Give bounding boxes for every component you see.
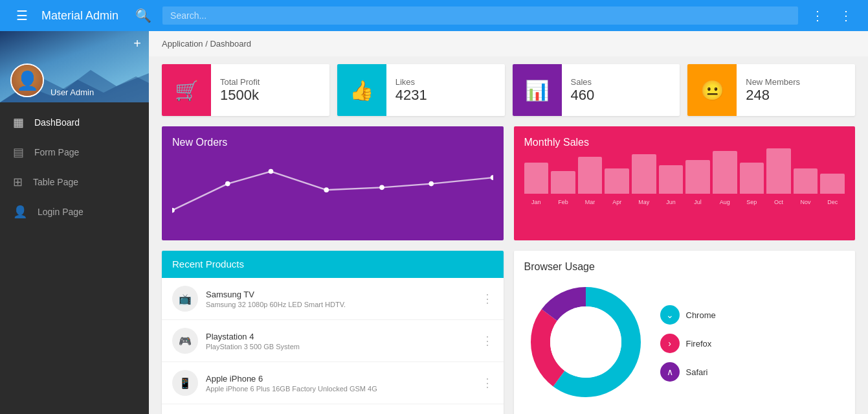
bar-label: Jul xyxy=(694,199,702,205)
sidebar-item-login[interactable]: 👤 Login Page xyxy=(0,197,149,227)
stat-info-sales: Sales 460 xyxy=(562,64,604,116)
browser-legend-icon: ⌄ xyxy=(660,305,680,325)
line-chart xyxy=(172,156,493,227)
product-desc: Samsung 32 1080p 60Hz LED Smart HDTV. xyxy=(206,301,474,308)
browser-legend-item: ∧ Safari xyxy=(660,362,716,382)
recent-products-title: Recent Products xyxy=(172,259,244,270)
product-desc: Apple iPhone 6 Plus 16GB Factory Unlocke… xyxy=(206,385,474,393)
dashboard-icon: ▦ xyxy=(13,115,24,130)
product-item: 📺 Samsung TV Samsung 32 1080p 60Hz LED S… xyxy=(162,278,504,320)
stat-value-sales: 460 xyxy=(571,87,595,104)
content-area: 🛒 Total Profit 1500k 👍 Likes 4231 📊 xyxy=(149,56,868,414)
bar-label: Aug xyxy=(720,199,730,205)
bar-label: Jan xyxy=(531,199,541,205)
bar xyxy=(524,163,549,194)
bar xyxy=(632,154,656,194)
browser-legend: ⌄ Chrome › Firefox ∧ Safari xyxy=(660,305,716,382)
stat-card-profit: 🛒 Total Profit 1500k xyxy=(162,64,329,116)
new-orders-card: New Orders xyxy=(162,126,504,240)
sidebar-item-table[interactable]: ⊞ Table Page xyxy=(0,167,149,197)
svg-point-5 xyxy=(324,187,329,192)
product-menu-button[interactable]: ⋮ xyxy=(482,292,493,306)
browser-legend-item: › Firefox xyxy=(660,334,716,353)
recent-products-header: Recent Products xyxy=(162,251,504,278)
bar xyxy=(551,171,575,194)
sidebar-item-form[interactable]: ▤ Form Page xyxy=(0,137,149,167)
bar-label: Feb xyxy=(558,199,568,205)
product-info: Samsung TV Samsung 32 1080p 60Hz LED Sma… xyxy=(206,290,474,308)
bar-column: Nov xyxy=(794,168,818,205)
stat-card-members: 😐 New Members 248 xyxy=(687,64,855,116)
bar-column: Feb xyxy=(551,171,575,205)
bar-label: Oct xyxy=(774,199,783,205)
stat-card-sales: 📊 Sales 460 xyxy=(513,64,680,116)
stat-icon-members: 😐 xyxy=(687,64,737,116)
sidebar-item-dashboard[interactable]: ▦ DashBoard xyxy=(0,108,149,137)
breadcrumb: Application / Dashboard xyxy=(149,31,868,56)
stat-icon-likes: 👍 xyxy=(337,64,386,116)
stat-value-members: 248 xyxy=(746,87,800,104)
bar-column: Oct xyxy=(766,148,791,205)
menu-button[interactable]: ☰ xyxy=(10,4,34,27)
avatar-face: 👤 xyxy=(12,65,43,96)
bar-label: Nov xyxy=(801,199,811,205)
stat-info-likes: Likes 4231 xyxy=(386,64,436,116)
bar-column: Dec xyxy=(820,174,845,205)
svg-point-7 xyxy=(428,181,434,187)
form-icon: ▤ xyxy=(13,145,24,159)
bar-label: Apr xyxy=(612,199,621,205)
bar xyxy=(605,168,629,194)
browser-legend-label: Firefox xyxy=(686,339,712,349)
search-icon-button[interactable]: 🔍 xyxy=(131,4,155,27)
menu-icon: ☰ xyxy=(16,8,28,23)
sidebar-profile: 👤 User Admin + xyxy=(0,31,149,102)
browser-legend-icon: ∧ xyxy=(660,362,680,382)
more-icon-button[interactable]: ⋮ xyxy=(834,4,858,27)
product-icon: 📱 xyxy=(172,370,198,396)
sidebar-nav: ▦ DashBoard ▤ Form Page ⊞ Table Page 👤 L… xyxy=(0,102,149,232)
bar xyxy=(740,163,764,194)
grid-icon-button[interactable]: ⋮ xyxy=(806,4,829,27)
products-list: 📺 Samsung TV Samsung 32 1080p 60Hz LED S… xyxy=(162,278,504,404)
product-item: 🎮 Playstation 4 PlayStation 3 500 GB Sys… xyxy=(162,320,504,362)
bar-chart: JanFebMarAprMayJunJulAugSepOctNovDec xyxy=(524,154,845,205)
recent-products-card: Recent Products 📺 Samsung TV Samsung 32 … xyxy=(162,251,504,414)
browser-legend-label: Safari xyxy=(686,367,708,377)
bar xyxy=(713,151,737,194)
stat-label-profit: Total Profit xyxy=(220,77,260,87)
product-name: Samsung TV xyxy=(206,290,474,299)
bar-column: Jul xyxy=(685,160,710,206)
stat-label-sales: Sales xyxy=(571,77,595,87)
donut-chart xyxy=(524,281,647,406)
browser-content: ⌄ Chrome › Firefox ∧ Safari xyxy=(524,281,845,406)
search-input[interactable] xyxy=(162,6,798,25)
monthly-sales-title: Monthly Sales xyxy=(524,137,845,148)
stat-icon-profit: 🛒 xyxy=(162,64,211,116)
bar-label: Sep xyxy=(746,199,757,205)
layout: 👤 User Admin + ▦ DashBoard ▤ Form Page ⊞… xyxy=(0,31,868,414)
top-nav: ☰ Material Admin 🔍 ⋮ ⋮ xyxy=(0,0,868,31)
bar-label: Jun xyxy=(666,199,676,205)
product-menu-button[interactable]: ⋮ xyxy=(482,334,493,348)
grid-icon: ⋮ xyxy=(811,8,824,23)
bar xyxy=(766,148,791,194)
stat-label-likes: Likes xyxy=(395,77,427,87)
browser-usage-card: Browser Usage ⌄ Chr xyxy=(514,251,856,414)
bar xyxy=(820,174,845,194)
stat-info-members: New Members 248 xyxy=(737,64,809,116)
product-menu-button[interactable]: ⋮ xyxy=(482,376,493,390)
product-icon: 🎮 xyxy=(172,328,198,354)
product-desc: PlayStation 3 500 GB System xyxy=(206,343,474,351)
app-title: Material Admin xyxy=(41,9,118,23)
browser-usage-title: Browser Usage xyxy=(524,261,845,273)
svg-point-12 xyxy=(550,306,621,378)
bar-column: Jan xyxy=(524,163,549,205)
nav-right: ⋮ ⋮ xyxy=(806,4,858,27)
new-orders-title: New Orders xyxy=(172,137,493,148)
product-item: 📱 Apple iPhone 6 Apple iPhone 6 Plus 16G… xyxy=(162,362,504,404)
bar-label: Mar xyxy=(585,199,595,205)
browser-legend-icon: › xyxy=(660,334,680,353)
add-button[interactable]: + xyxy=(133,36,141,51)
svg-point-6 xyxy=(379,185,384,190)
bar-column: May xyxy=(632,154,656,205)
